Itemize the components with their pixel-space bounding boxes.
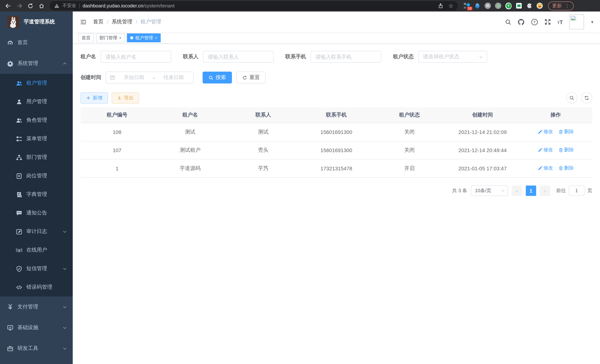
date-end-placeholder[interactable]: 结束日期: [158, 74, 190, 81]
extension-y-icon[interactable]: Y: [505, 3, 512, 9]
extensions-puzzle-icon[interactable]: [526, 3, 533, 9]
sidebar-item-label: 菜单管理: [26, 135, 47, 142]
refresh-table-button[interactable]: [581, 92, 592, 103]
sidebar-item-错误码管理[interactable]: 错误码管理: [0, 278, 73, 297]
extension-pin-icon[interactable]: [474, 3, 480, 9]
breadcrumb-item-系统管理[interactable]: 系统管理: [112, 19, 132, 25]
export-button[interactable]: 导出: [112, 92, 139, 103]
error-code-icon: [16, 284, 22, 290]
chevron-down-icon: [63, 230, 67, 233]
mobile-input[interactable]: [310, 51, 381, 63]
sidebar-item-字典管理[interactable]: 字典管理: [0, 185, 73, 204]
breadcrumb-item-首页[interactable]: 首页: [93, 19, 103, 25]
github-icon[interactable]: [518, 18, 525, 25]
chevron-down-icon: [479, 55, 483, 59]
browser-back-icon[interactable]: [4, 1, 13, 10]
share-icon[interactable]: [438, 3, 443, 9]
app-title: 芋道管理系统: [24, 19, 55, 25]
extension-chat-icon[interactable]: [516, 3, 522, 9]
breadcrumb-item-租户管理: 租户管理: [141, 19, 161, 25]
avatar-caret-icon[interactable]: ▼: [590, 20, 594, 24]
chevron-down-icon: [501, 189, 505, 192]
sms-shield-icon: [16, 265, 22, 272]
close-tab-icon[interactable]: ×: [119, 36, 122, 40]
table-toolbar: 新增 导出: [81, 92, 592, 103]
sidebar-collapse-icon[interactable]: [79, 19, 88, 25]
sidebar-item-基础设施[interactable]: 基础设施: [0, 317, 73, 338]
sidebar: 芋道管理系统 首页系统管理租户管理用户管理角色管理菜单管理部门管理岗位管理字典管…: [0, 11, 73, 364]
user-avatar[interactable]: [569, 14, 584, 29]
table-row: 1芋道源码芋艿17321315478开启2021-01-05 17:03:47修…: [81, 159, 592, 177]
browser-reload-icon[interactable]: [26, 1, 35, 10]
sidebar-item-角色管理[interactable]: 角色管理: [0, 111, 73, 130]
sidebar-item-通知公告[interactable]: 通知公告: [0, 204, 73, 222]
sidebar-item-首页[interactable]: 首页: [0, 32, 73, 53]
active-tab-dot: [131, 36, 133, 39]
show-search-toggle-button[interactable]: [566, 92, 577, 103]
address-bar[interactable]: 不安全 dashboard.yudao.iocoder.cn/system/te…: [50, 1, 458, 10]
browser-menu-kebab-icon[interactable]: ⋮: [565, 3, 570, 9]
sidebar-item-租户管理[interactable]: 租户管理: [0, 74, 73, 92]
delete-button[interactable]: 删除: [558, 165, 574, 172]
next-page-button[interactable]: ›: [540, 185, 550, 196]
extension-tabs-icon[interactable]: 10: [464, 3, 470, 9]
reset-button[interactable]: 重置: [236, 72, 266, 84]
edit-button[interactable]: 修改: [537, 129, 553, 135]
date-start-placeholder[interactable]: 开始日期: [118, 74, 150, 81]
status-select[interactable]: 请选择租户状态: [418, 51, 487, 63]
extension-status-icon[interactable]: [495, 3, 501, 9]
sidebar-item-在线用户[interactable]: 在线用户: [0, 241, 73, 259]
extension-emoji-icon[interactable]: [536, 3, 543, 9]
page-number-button[interactable]: 1: [526, 185, 536, 196]
tab-租户管理[interactable]: 租户管理×: [127, 33, 161, 42]
breadcrumb: 首页/系统管理/租户管理: [93, 19, 161, 25]
table-header-row: 租户编号租户名联系人联系手机租户状态创建时间操作: [81, 107, 592, 123]
extension-badge: 10: [467, 7, 472, 10]
browser-extensions: 10 ⌘ Y: [464, 3, 543, 9]
font-size-icon[interactable]: TT: [557, 19, 563, 25]
sidebar-item-系统管理[interactable]: 系统管理: [0, 53, 73, 74]
svg-text:?: ?: [533, 20, 535, 24]
extension-command-icon[interactable]: ⌘: [485, 3, 491, 9]
sidebar-item-岗位管理[interactable]: 岗位管理: [0, 167, 73, 185]
goto-page-input[interactable]: [569, 185, 584, 196]
close-tab-icon[interactable]: ×: [155, 36, 157, 40]
table-tools: [566, 92, 592, 103]
header-search-icon[interactable]: [505, 19, 511, 25]
sidebar-item-菜单管理[interactable]: 菜单管理: [0, 130, 73, 148]
add-button[interactable]: 新增: [81, 92, 108, 103]
delete-button[interactable]: 删除: [558, 129, 574, 135]
sidebar-item-研发工具[interactable]: 研发工具: [0, 338, 73, 359]
cell-status: 关闭: [373, 123, 446, 141]
bookmark-star-icon[interactable]: ☆: [449, 2, 453, 9]
sidebar-item-支付管理[interactable]: 支付管理: [0, 297, 73, 317]
chevron-down-icon: [63, 326, 67, 330]
contact-input[interactable]: [203, 51, 273, 63]
delete-button[interactable]: 删除: [558, 147, 574, 153]
sidebar-item-审计日志[interactable]: 审计日志: [0, 222, 73, 241]
tab-部门管理[interactable]: 部门管理×: [96, 33, 125, 42]
help-icon[interactable]: ?: [531, 18, 538, 25]
sidebar-item-label: 字典管理: [26, 191, 47, 198]
app-logo[interactable]: 芋道管理系统: [0, 11, 73, 32]
tenant-table: 租户编号租户名联系人联系手机租户状态创建时间操作 108测试测试15601691…: [81, 107, 592, 177]
browser-update-button[interactable]: 更新 ⋮: [548, 1, 574, 10]
browser-home-icon[interactable]: [37, 1, 46, 10]
tenant-name-input[interactable]: [101, 51, 171, 63]
edit-button[interactable]: 修改: [537, 165, 553, 172]
page-size-select[interactable]: 10条/页: [471, 185, 508, 196]
date-range-picker[interactable]: 开始日期 - 结束日期: [106, 72, 194, 84]
sidebar-item-短信管理[interactable]: 短信管理: [0, 259, 73, 278]
edit-button[interactable]: 修改: [537, 147, 553, 153]
browser-forward-icon[interactable]: [15, 1, 24, 10]
fullscreen-icon[interactable]: [544, 19, 551, 25]
search-button[interactable]: 搜索: [203, 72, 232, 84]
tab-首页[interactable]: 首页: [78, 33, 94, 42]
page-unit-label: 页: [587, 187, 592, 194]
sidebar-item-部门管理[interactable]: 部门管理: [0, 148, 73, 167]
dev-tool-icon: [7, 345, 13, 352]
prev-page-button[interactable]: ‹: [512, 185, 522, 196]
cell-id: 108: [81, 123, 154, 141]
sidebar-item-用户管理[interactable]: 用户管理: [0, 92, 73, 111]
filter-row-1: 租户名 联系人 联系手机 租户状态 请选择租户状态: [81, 51, 592, 63]
